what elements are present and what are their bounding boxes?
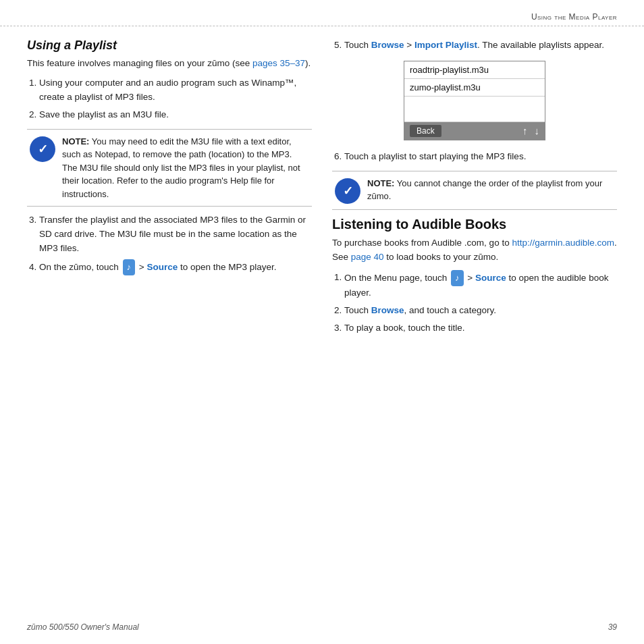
page-footer: zūmo 500/550 Owner's Manual 39 [27, 622, 617, 632]
intro-text: This feature involves managing files on … [27, 57, 312, 71]
page40-link[interactable]: page 40 [351, 252, 384, 262]
step-4: On the zūmo, touch ♪ > Source to open th… [39, 259, 312, 275]
note-box-2: ✓ NOTE: You cannot change the order of t… [332, 171, 617, 210]
browse-link-1[interactable]: Browse [371, 40, 404, 50]
section-title-playlist: Using a Playlist [27, 38, 312, 53]
footer-left: zūmo 500/550 Owner's Manual [27, 622, 139, 632]
audible-step-3: To play a book, touch the title. [344, 321, 617, 336]
audible-step-1: On the Menu page, touch ♪ > Source to op… [344, 270, 617, 300]
steps-list-2: Transfer the playlist and the associated… [39, 213, 312, 275]
audible-link[interactable]: http://garmin.audible.com [512, 238, 614, 248]
steps-list-4: Touch a playlist to start playing the MP… [344, 150, 617, 164]
pages-link[interactable]: pages 35–37 [252, 58, 305, 68]
import-playlist-link[interactable]: Import Playlist [414, 40, 477, 50]
back-button[interactable]: Back [410, 125, 441, 137]
browse-link-2[interactable]: Browse [371, 305, 404, 315]
header-title: Using the Media Player [531, 12, 617, 22]
source-link-2[interactable]: Source [475, 272, 506, 282]
section-title-audible: Listening to Audible Books [332, 217, 617, 232]
down-arrow-button[interactable]: ↓ [535, 125, 540, 136]
note-text-2: NOTE: You cannot change the order of the… [367, 177, 614, 203]
playlist-footer: Back ↑ ↓ [404, 122, 545, 140]
step-2: Save the playlist as an M3U file. [39, 108, 312, 122]
up-arrow-button[interactable]: ↑ [522, 125, 528, 136]
music-btn-1[interactable]: ♪ [123, 259, 136, 275]
step-3: Transfer the playlist and the associated… [39, 213, 312, 256]
step-6: Touch a playlist to start playing the MP… [344, 150, 617, 164]
footer-right: 39 [608, 622, 617, 632]
music-btn-2[interactable]: ♪ [451, 270, 464, 286]
audible-intro: To purchase books from Audible .com, go … [332, 236, 617, 265]
playlist-ui: roadtrip-playlist.m3u zumo-playlist.m3u … [404, 61, 545, 140]
steps-list-3: Touch Browse > Import Playlist. The avai… [344, 38, 617, 53]
playlist-row-2[interactable]: zumo-playlist.m3u [404, 79, 545, 97]
left-column: Using a Playlist This feature involves m… [27, 38, 312, 341]
steps-list-5: On the Menu page, touch ♪ > Source to op… [344, 270, 617, 336]
audible-step-2: Touch Browse, and touch a category. [344, 304, 617, 318]
page-body: Using a Playlist This feature involves m… [0, 26, 644, 341]
playlist-row-1[interactable]: roadtrip-playlist.m3u [404, 61, 545, 79]
note-icon-2: ✓ [335, 178, 360, 204]
note-text-1: NOTE: You may need to edit the M3U file … [62, 135, 309, 201]
step-1: Using your computer and an audio program… [39, 76, 312, 105]
note-box-1: ✓ NOTE: You may need to edit the M3U fil… [27, 129, 312, 207]
step-5: Touch Browse > Import Playlist. The avai… [344, 38, 617, 53]
right-column: Touch Browse > Import Playlist. The avai… [332, 38, 617, 341]
source-link-1[interactable]: Source [146, 262, 178, 272]
note-icon-1: ✓ [30, 136, 55, 162]
page-header: Using the Media Player [0, 0, 644, 26]
playlist-row-empty [404, 97, 545, 122]
steps-list-1: Using your computer and an audio program… [39, 76, 312, 122]
